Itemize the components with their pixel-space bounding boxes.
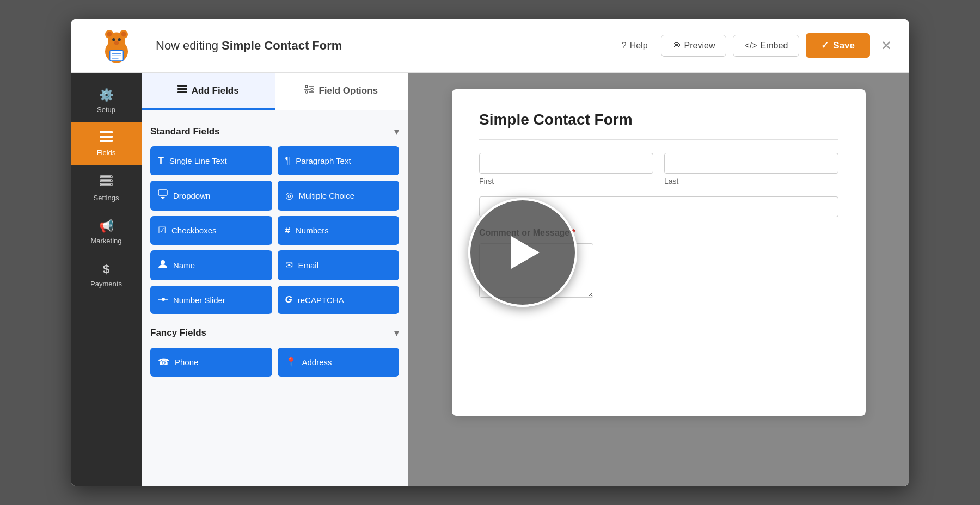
field-btn-numbers[interactable]: # Numbers xyxy=(278,216,400,245)
dropdown-icon xyxy=(158,189,168,202)
svg-point-6 xyxy=(112,38,115,41)
paragraph-text-icon: ¶ xyxy=(285,155,291,167)
fields-icon xyxy=(100,131,113,145)
field-btn-number-slider[interactable]: Number Slider xyxy=(150,286,272,314)
field-btn-email[interactable]: ✉ Email xyxy=(278,250,400,280)
sidebar: ⚙️ Setup Fields xyxy=(71,73,142,486)
sidebar-item-marketing[interactable]: 📢 Marketing xyxy=(71,211,142,254)
marketing-icon: 📢 xyxy=(99,219,114,233)
form-preview-title: Simple Contact Form xyxy=(479,111,838,128)
setup-icon: ⚙️ xyxy=(99,88,114,102)
field-btn-multiple-choice[interactable]: ◎ Multiple Choice xyxy=(278,181,400,211)
help-button[interactable]: ? Help xyxy=(615,36,654,55)
svg-point-5 xyxy=(121,32,126,36)
tab-add-fields[interactable]: Add Fields xyxy=(142,73,275,110)
editing-title: Now editing Simple Contact Form xyxy=(156,39,615,53)
field-btn-phone[interactable]: ☎ Phone xyxy=(150,348,272,377)
recaptcha-label: reCAPTCHA xyxy=(298,295,344,305)
svg-point-25 xyxy=(311,88,313,90)
svg-rect-14 xyxy=(100,136,113,138)
video-play-overlay[interactable] xyxy=(468,198,577,307)
sidebar-label-payments: Payments xyxy=(90,280,122,288)
tab-field-options-label: Field Options xyxy=(318,85,378,96)
form-last-name-field: Last xyxy=(664,153,838,186)
email-icon: ✉ xyxy=(285,260,293,271)
numbers-label: Numbers xyxy=(296,226,329,235)
code-icon: </> xyxy=(744,41,757,51)
multiple-choice-icon: ◎ xyxy=(285,190,293,201)
field-btn-recaptcha[interactable]: G reCAPTCHA xyxy=(278,286,400,314)
form-last-name-input[interactable] xyxy=(664,153,838,174)
logo-area xyxy=(84,27,149,65)
save-button[interactable]: ✓ Save xyxy=(806,33,870,58)
preview-button[interactable]: 👁 Preview xyxy=(661,35,727,57)
form-last-label: Last xyxy=(664,177,838,186)
svg-rect-15 xyxy=(100,140,113,142)
phone-label: Phone xyxy=(175,358,198,367)
embed-label: Embed xyxy=(761,41,788,51)
tab-add-fields-label: Add Fields xyxy=(192,85,239,96)
preview-label: Preview xyxy=(684,41,715,51)
sidebar-item-fields[interactable]: Fields xyxy=(71,122,142,165)
multiple-choice-label: Multiple Choice xyxy=(299,191,355,200)
svg-rect-28 xyxy=(158,190,167,195)
help-label: Help xyxy=(630,41,648,51)
svg-rect-19 xyxy=(177,85,187,87)
panel-tabs: Add Fields Field Options xyxy=(142,73,408,110)
top-bar: Now editing Simple Contact Form ? Help 👁… xyxy=(71,19,909,73)
sidebar-label-fields: Fields xyxy=(97,149,116,157)
help-icon: ? xyxy=(622,41,627,51)
eye-icon: 👁 xyxy=(672,41,681,51)
numbers-icon: # xyxy=(285,225,290,236)
field-btn-address[interactable]: 📍 Address xyxy=(278,348,400,377)
top-actions: ? Help 👁 Preview </> Embed ✓ Save ✕ xyxy=(615,33,896,58)
checkboxes-label: Checkboxes xyxy=(171,226,217,235)
field-options-tab-icon xyxy=(304,85,314,96)
sidebar-item-setup[interactable]: ⚙️ Setup xyxy=(71,79,142,122)
sidebar-item-payments[interactable]: $ Payments xyxy=(71,254,142,297)
field-btn-single-line-text[interactable]: T Single Line Text xyxy=(150,146,272,175)
field-btn-name[interactable]: Name xyxy=(150,250,272,280)
fancy-fields-header: Fancy Fields ▾ xyxy=(150,327,399,339)
form-card: Simple Contact Form First Last xyxy=(452,89,866,416)
add-fields-tab-icon xyxy=(177,85,187,96)
svg-point-26 xyxy=(305,91,308,93)
fancy-fields-chevron[interactable]: ▾ xyxy=(394,327,399,339)
field-btn-paragraph-text[interactable]: ¶ Paragraph Text xyxy=(278,146,400,175)
form-preview-area: Simple Contact Form First Last xyxy=(408,73,909,486)
email-label: Email xyxy=(298,261,319,270)
main-content: ⚙️ Setup Fields xyxy=(71,73,909,486)
name-label: Name xyxy=(173,261,195,270)
fields-panel: Add Fields Field Options xyxy=(142,73,408,486)
standard-fields-title: Standard Fields xyxy=(150,126,220,137)
svg-point-22 xyxy=(305,85,308,88)
form-first-name-input[interactable] xyxy=(479,153,653,174)
svg-rect-13 xyxy=(100,131,113,133)
number-slider-icon xyxy=(158,294,168,305)
field-btn-dropdown[interactable]: Dropdown xyxy=(150,181,272,211)
single-line-text-label: Single Line Text xyxy=(169,156,227,165)
form-first-label: First xyxy=(479,177,653,186)
svg-point-3 xyxy=(107,32,112,36)
address-label: Address xyxy=(302,358,332,367)
sidebar-label-setup: Setup xyxy=(97,106,115,114)
payments-icon: $ xyxy=(103,262,109,276)
tab-field-options[interactable]: Field Options xyxy=(275,73,408,110)
embed-button[interactable]: </> Embed xyxy=(733,35,799,57)
svg-point-7 xyxy=(118,38,121,41)
fancy-fields-title: Fancy Fields xyxy=(150,328,206,338)
name-icon xyxy=(158,259,168,272)
sidebar-item-settings[interactable]: Settings xyxy=(71,165,142,211)
number-slider-label: Number Slider xyxy=(173,295,225,305)
field-btn-checkboxes[interactable]: ☑ Checkboxes xyxy=(150,216,272,245)
sidebar-label-settings: Settings xyxy=(94,194,119,202)
editing-prefix: Now editing xyxy=(156,39,222,52)
recaptcha-icon: G xyxy=(285,294,292,305)
form-divider xyxy=(479,139,838,140)
sidebar-label-marketing: Marketing xyxy=(90,237,121,245)
address-icon: 📍 xyxy=(285,356,297,368)
close-button[interactable]: ✕ xyxy=(877,34,896,58)
save-label: Save xyxy=(833,40,855,51)
standard-fields-chevron[interactable]: ▾ xyxy=(394,126,399,138)
paragraph-text-label: Paragraph Text xyxy=(296,156,351,165)
